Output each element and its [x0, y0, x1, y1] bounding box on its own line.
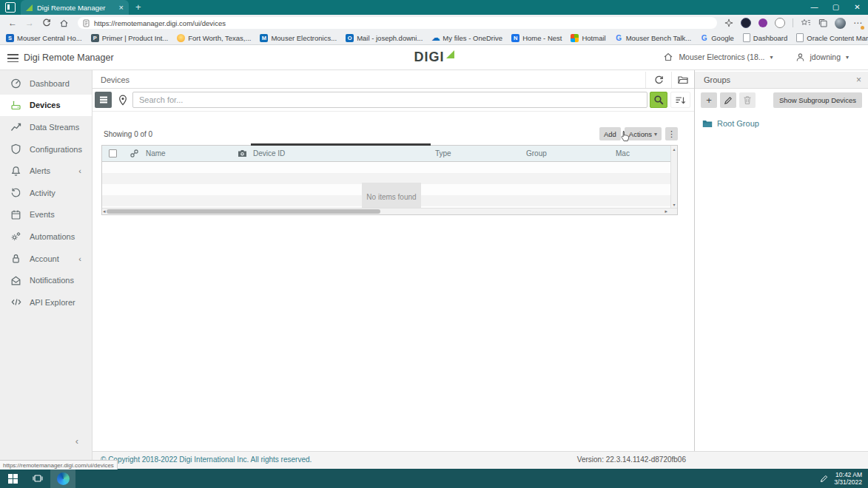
groups-panel: Groups × + Show Subgroup Devices Root Gr…: [694, 70, 868, 451]
bookmark-item[interactable]: NHome - Nest: [511, 34, 562, 42]
home-icon[interactable]: [59, 18, 69, 28]
column-header-mac[interactable]: Mac: [616, 149, 630, 157]
profile-avatar[interactable]: [835, 18, 846, 29]
expand-chevron-icon[interactable]: ‹: [78, 254, 81, 263]
sidebar-item-label: Data Streams: [30, 123, 79, 132]
more-options-button[interactable]: ⋮: [665, 127, 678, 140]
sidebar-item-dashboard[interactable]: Dashboard: [0, 72, 92, 95]
sidebar-item-events[interactable]: Events: [0, 204, 92, 226]
url-field[interactable]: https://remotemanager.digi.com/ui/device…: [78, 17, 717, 29]
organization-selector[interactable]: Mouser Electronics (18...: [679, 52, 764, 61]
search-button[interactable]: [650, 92, 667, 108]
forward-icon[interactable]: →: [25, 18, 34, 27]
refresh-icon[interactable]: [42, 18, 51, 27]
select-all-checkbox[interactable]: [109, 149, 117, 157]
collections-icon[interactable]: [818, 18, 827, 27]
sidebar-item-devices[interactable]: Devices: [0, 95, 92, 117]
vertical-scrollbar[interactable]: ▴ ▾: [670, 146, 677, 209]
windows-ink-icon[interactable]: [820, 475, 828, 483]
bookmark-item[interactable]: PPrimer | Product Int...: [91, 34, 169, 42]
sidebar-item-label: API Explorer: [30, 298, 75, 307]
mail-icon: [10, 275, 22, 286]
scroll-right-icon[interactable]: ▸: [665, 209, 667, 214]
actions-button[interactable]: Actions▾: [625, 127, 662, 140]
column-header-group[interactable]: Group: [526, 149, 547, 157]
sidebar-item-activity[interactable]: Activity: [0, 182, 92, 204]
new-tab-button[interactable]: +: [135, 1, 141, 13]
extension-icon-gray[interactable]: [775, 18, 785, 28]
bookmark-item[interactable]: Fort Worth, Texas,...: [177, 34, 251, 42]
browser-window-icon[interactable]: [5, 2, 16, 13]
sidebar-item-configurations[interactable]: Configurations: [0, 138, 92, 160]
column-header-device-id[interactable]: Device ID: [253, 149, 285, 157]
shield-icon: [10, 143, 22, 155]
organization-home-icon[interactable]: [663, 52, 673, 62]
bookmark-item[interactable]: GMouser Bench Talk...: [615, 34, 692, 42]
close-button[interactable]: ✕: [847, 0, 868, 15]
list-view-button[interactable]: [95, 92, 112, 108]
sidebar-item-automations[interactable]: Automations: [0, 226, 92, 248]
horizontal-scrollbar[interactable]: ◂ ▸: [102, 208, 677, 214]
site-info-icon[interactable]: [83, 19, 90, 27]
bookmark-item[interactable]: Oracle Content Mar...: [796, 33, 868, 42]
start-button[interactable]: [0, 469, 25, 488]
favorites-hub-icon[interactable]: [801, 18, 811, 27]
scroll-up-icon[interactable]: ▴: [671, 146, 677, 152]
browser-tab[interactable]: Digi Remote Manager ×: [21, 0, 129, 15]
scroll-down-icon[interactable]: ▾: [671, 202, 677, 208]
map-view-button[interactable]: [115, 92, 131, 108]
browser-menu-icon[interactable]: ⋯: [853, 18, 862, 27]
column-header-type[interactable]: Type: [435, 149, 451, 157]
bookmark-item[interactable]: MMouser Electronics...: [260, 34, 337, 42]
addressbar-actions: ⋯: [724, 18, 862, 29]
refresh-button[interactable]: [645, 72, 672, 88]
user-icon: [795, 52, 805, 62]
root-group-item[interactable]: Root Group: [702, 119, 759, 128]
sidebar-collapse-icon[interactable]: ‹: [75, 436, 78, 447]
sidebar-item-account[interactable]: Account ‹: [0, 248, 92, 270]
sparkle-badge-icon[interactable]: [724, 18, 733, 27]
back-icon[interactable]: ←: [8, 18, 17, 27]
show-subgroup-devices-button[interactable]: Show Subgroup Devices: [773, 92, 862, 108]
extension-icon-purple[interactable]: [758, 18, 767, 27]
scroll-left-icon[interactable]: ◂: [103, 209, 106, 214]
bookmark-item[interactable]: ☁My files - OneDrive: [431, 34, 502, 42]
maximize-button[interactable]: ▢: [825, 0, 847, 15]
extension-icon-dark[interactable]: [741, 18, 751, 28]
copyright-text[interactable]: © Copyright 2018-2022 Digi International…: [101, 455, 312, 464]
edit-group-button[interactable]: [720, 92, 736, 108]
edge-taskbar-button[interactable]: [50, 469, 75, 488]
calendar-icon: [10, 209, 22, 220]
scrollbar-thumb[interactable]: [107, 209, 380, 214]
sidebar-item-notifications[interactable]: Notifications: [0, 269, 92, 291]
taskbar-clock[interactable]: 10:42 AM 3/31/2022: [834, 471, 862, 486]
tab-close-icon[interactable]: ×: [119, 4, 124, 12]
menu-toggle-icon[interactable]: [7, 54, 18, 64]
search-input[interactable]: [132, 92, 647, 108]
bookmark-item[interactable]: GGoogle: [700, 34, 734, 42]
add-group-button[interactable]: +: [701, 92, 717, 108]
delete-group-button[interactable]: [739, 92, 756, 108]
minimize-button[interactable]: —: [804, 0, 825, 15]
add-button[interactable]: Add: [599, 127, 621, 140]
column-header-name[interactable]: Name: [146, 149, 166, 157]
sort-filter-button[interactable]: [670, 92, 690, 108]
bookmark-item[interactable]: OMail - joseph.downi...: [346, 34, 423, 42]
sidebar-item-alerts[interactable]: Alerts ‹: [0, 160, 92, 182]
expand-chevron-icon[interactable]: ‹: [78, 166, 81, 175]
lock-icon: [10, 253, 22, 264]
sidebar-item-api-explorer[interactable]: API Explorer: [0, 291, 92, 314]
bookmark-favicon: ☁: [431, 34, 440, 42]
digi-favicon: [26, 4, 33, 11]
chevron-down-icon: ▾: [770, 54, 773, 61]
bookmark-item[interactable]: Dashboard: [743, 33, 787, 42]
user-menu[interactable]: jdowning: [810, 52, 841, 61]
bookmark-item[interactable]: SMouser Central Ho...: [6, 34, 82, 42]
close-icon[interactable]: ×: [856, 75, 861, 85]
task-view-button[interactable]: [25, 469, 50, 488]
search-icon: [653, 95, 664, 105]
groups-toggle-button[interactable]: [671, 72, 694, 88]
link-status-bubble: https://remotemanager.digi.com/ui/device…: [0, 460, 118, 470]
bookmark-item[interactable]: Hotmail: [571, 34, 605, 42]
sidebar-item-data-streams[interactable]: Data Streams: [0, 116, 92, 138]
